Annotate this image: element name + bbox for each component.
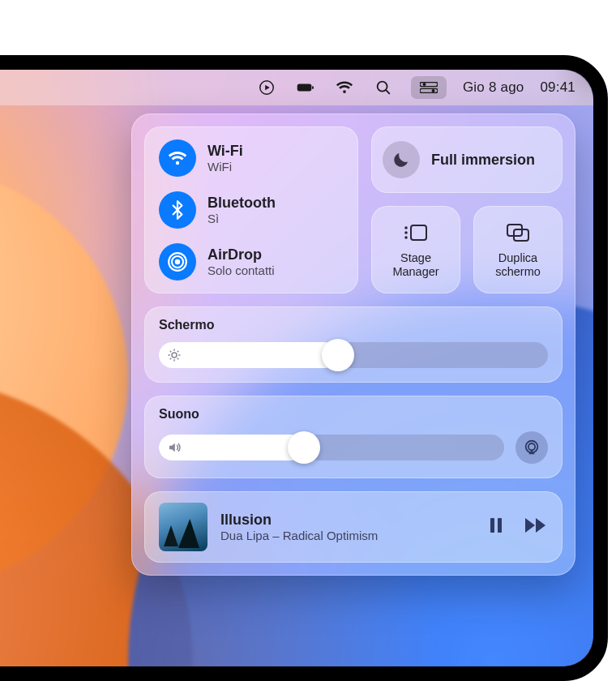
- menu-bar-date[interactable]: Gio 8 ago: [463, 79, 524, 96]
- airdrop-toggle[interactable]: AirDrop Solo contatti: [159, 243, 344, 281]
- airdrop-icon: [159, 243, 196, 281]
- bluetooth-icon: [159, 191, 196, 229]
- wifi-icon: [159, 139, 196, 177]
- svg-rect-16: [514, 229, 528, 241]
- screen-mirroring-icon: [506, 222, 530, 246]
- svg-point-5: [422, 83, 426, 86]
- svg-point-7: [431, 89, 434, 92]
- control-center-icon[interactable]: [411, 76, 447, 99]
- moon-icon: [383, 141, 420, 178]
- volume-slider[interactable]: [159, 435, 504, 460]
- sound-tile: Suono: [144, 396, 563, 478]
- connectivity-tile: Wi-Fi WiFi Bluetooth Sì: [144, 126, 358, 293]
- wifi-toggle[interactable]: Wi-Fi WiFi: [159, 139, 344, 177]
- screen-mirroring-label: Duplica schermo: [478, 251, 558, 278]
- stage-manager-toggle[interactable]: Stage Manager: [371, 206, 460, 293]
- svg-point-19: [528, 443, 535, 450]
- focus-toggle[interactable]: Full immersion: [371, 126, 563, 193]
- svg-rect-4: [420, 83, 438, 87]
- screen-mirroring-toggle[interactable]: Duplica schermo: [473, 206, 563, 293]
- svg-rect-11: [411, 225, 426, 240]
- svg-point-13: [404, 232, 408, 235]
- svg-rect-2: [312, 86, 314, 89]
- menu-bar: Gio 8 ago 09:41: [0, 70, 593, 105]
- svg-point-17: [172, 353, 177, 358]
- bluetooth-label: Bluetooth: [207, 195, 276, 212]
- wifi-label: Wi-Fi: [207, 143, 243, 160]
- brightness-slider[interactable]: [159, 342, 548, 368]
- sound-title: Suono: [159, 407, 548, 422]
- svg-point-3: [378, 82, 387, 92]
- svg-point-8: [175, 259, 181, 265]
- brightness-thumb[interactable]: [322, 339, 354, 371]
- battery-icon[interactable]: [294, 76, 317, 99]
- svg-point-12: [404, 227, 408, 230]
- wifi-status: WiFi: [207, 160, 243, 173]
- now-playing-menu-icon[interactable]: [255, 76, 278, 99]
- bluetooth-status: Sì: [207, 212, 276, 225]
- wallpaper: Gio 8 ago 09:41 Wi-Fi WiFi: [0, 70, 593, 666]
- bluetooth-toggle[interactable]: Bluetooth Sì: [159, 191, 344, 229]
- volume-icon: [167, 440, 182, 455]
- airplay-audio-button[interactable]: [515, 431, 548, 464]
- svg-point-14: [404, 237, 408, 240]
- volume-thumb[interactable]: [288, 431, 320, 464]
- stage-manager-icon: [404, 222, 428, 246]
- airdrop-status: Solo contatti: [207, 263, 275, 277]
- stage-manager-label: Stage Manager: [376, 251, 456, 278]
- focus-label: Full immersion: [431, 152, 535, 169]
- track-title: Illusion: [220, 512, 473, 529]
- spotlight-icon[interactable]: [372, 76, 395, 99]
- brightness-icon: [167, 348, 182, 362]
- svg-rect-21: [498, 518, 502, 533]
- brightness-fill: [159, 342, 338, 368]
- control-center-panel: Wi-Fi WiFi Bluetooth Sì: [131, 114, 575, 576]
- pause-button[interactable]: [486, 516, 506, 538]
- svg-rect-6: [420, 88, 438, 92]
- wifi-menu-icon[interactable]: [333, 76, 356, 99]
- next-track-button[interactable]: [524, 516, 548, 538]
- display-title: Schermo: [159, 318, 548, 332]
- menu-bar-time[interactable]: 09:41: [540, 79, 575, 96]
- album-art: [159, 503, 207, 551]
- track-subtitle: Dua Lipa – Radical Optimism: [220, 529, 473, 542]
- display-brightness-tile: Schermo: [144, 306, 563, 383]
- device-frame: Gio 8 ago 09:41 Wi-Fi WiFi: [0, 55, 608, 681]
- svg-rect-20: [490, 518, 494, 533]
- svg-rect-1: [297, 84, 312, 92]
- airdrop-label: AirDrop: [207, 246, 275, 263]
- now-playing-tile[interactable]: Illusion Dua Lipa – Radical Optimism: [144, 491, 563, 563]
